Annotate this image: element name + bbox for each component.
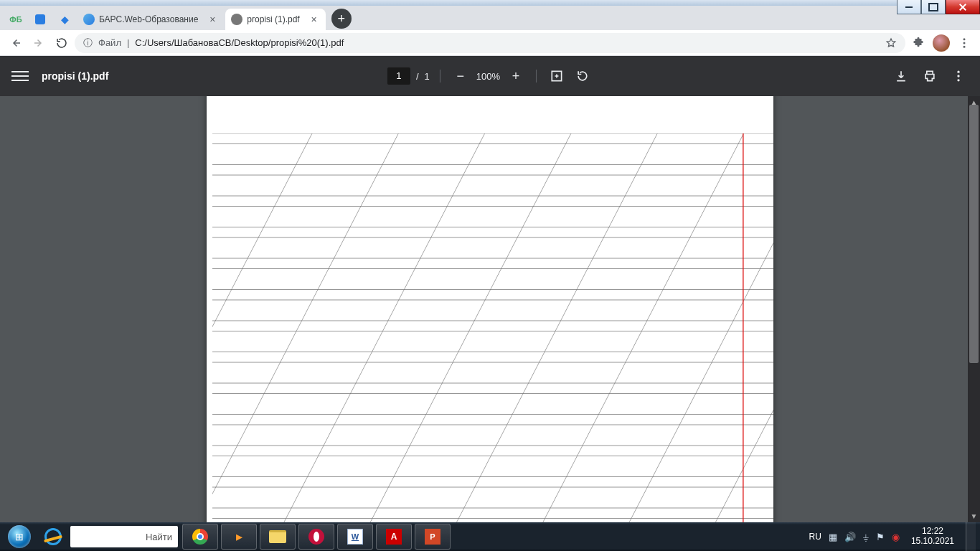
window-close-button[interactable] xyxy=(946,0,980,14)
show-desktop-button[interactable] xyxy=(966,522,976,551)
pdf-page-input[interactable]: 1 xyxy=(387,67,410,85)
svg-line-45 xyxy=(443,133,673,522)
download-icon xyxy=(894,69,908,83)
tray-gpu-icon[interactable]: ▦ xyxy=(829,532,837,542)
taskbar-app-acrobat[interactable]: A xyxy=(376,524,412,550)
scrollbar-thumb[interactable] xyxy=(969,105,979,363)
tray-action-icon[interactable]: ⚑ xyxy=(876,532,885,542)
acrobat-icon: A xyxy=(386,529,402,545)
arrow-right-icon xyxy=(32,37,45,50)
print-icon xyxy=(923,69,937,83)
taskbar-app-explorer[interactable] xyxy=(260,524,296,550)
browser-menu-button[interactable] xyxy=(954,33,974,53)
taskbar-app-mediaplayer[interactable]: ▸ xyxy=(221,524,257,550)
rotate-icon xyxy=(575,69,590,83)
address-separator: | xyxy=(127,37,129,48)
play-icon: ▸ xyxy=(236,529,242,545)
nav-back-button[interactable] xyxy=(6,33,26,53)
browser-toolbar: ⓘ Файл | C:/Users/ШабановаСВ/Desktop/pro… xyxy=(0,30,980,56)
scrollbar-down-button[interactable]: ▼ xyxy=(968,510,980,522)
tray-network-icon[interactable]: ⏚ xyxy=(863,532,869,542)
pdf-menu-button[interactable] xyxy=(11,67,29,85)
start-orb-icon xyxy=(8,525,31,548)
page-writing-grid xyxy=(212,133,773,522)
svg-line-43 xyxy=(270,133,500,522)
pinned-tab-2[interactable] xyxy=(29,9,52,30)
browser-tabstrip: ФБ ◆ БАРС.Web-Образование × propisi (1).… xyxy=(0,6,980,30)
taskbar-search-placeholder: Найти xyxy=(146,532,172,542)
svg-point-4 xyxy=(957,71,959,73)
window-maximize-button[interactable] xyxy=(921,0,946,14)
pdf-scrollbar[interactable]: ▲ ▼ xyxy=(968,96,980,522)
tray-security-icon[interactable]: ◉ xyxy=(892,532,900,542)
pdf-zoom-out-button[interactable]: − xyxy=(451,66,471,86)
page-decoration-branch xyxy=(235,96,350,102)
new-tab-button[interactable]: + xyxy=(331,9,352,29)
svg-point-5 xyxy=(957,75,959,77)
svg-point-6 xyxy=(957,79,959,81)
taskbar-app-powerpoint[interactable]: P xyxy=(415,524,451,550)
pdf-rotate-button[interactable] xyxy=(573,66,593,86)
nav-forward-button[interactable] xyxy=(29,33,49,53)
pinned-tab-1-icon: ФБ xyxy=(9,15,22,24)
svg-line-48 xyxy=(702,133,773,522)
ie-icon xyxy=(44,528,62,545)
tray-language-indicator[interactable]: RU xyxy=(809,532,821,542)
pinned-tab-1[interactable]: ФБ xyxy=(4,9,27,30)
tab-bars-close[interactable]: × xyxy=(207,14,218,25)
tray-time: 12:22 xyxy=(911,527,954,537)
tab-bars-favicon xyxy=(83,14,95,25)
tab-bars-web[interactable]: БАРС.Web-Образование × xyxy=(77,9,224,30)
site-info-icon[interactable]: ⓘ xyxy=(83,37,93,50)
tab-propisi-close[interactable]: × xyxy=(308,14,320,25)
pdf-zoom-in-button[interactable]: + xyxy=(506,66,526,86)
pdf-print-button[interactable] xyxy=(920,66,940,86)
pdf-page-total: 1 xyxy=(425,71,430,82)
tab-propisi-favicon xyxy=(231,14,242,25)
window-titlebar-sliver xyxy=(0,0,980,6)
tray-volume-icon[interactable]: 🔊 xyxy=(844,532,856,542)
tab-bars-title: БАРС.Web-Образование xyxy=(99,14,198,24)
pdf-more-button[interactable] xyxy=(948,66,969,86)
tray-clock[interactable]: 12:22 15.10.2021 xyxy=(907,527,958,547)
windows-taskbar: Найти ▸ W A P RU ▦ 🔊 ⏚ ⚑ ◉ 12:22 15.10.2… xyxy=(0,522,980,551)
divider xyxy=(536,70,537,83)
svg-line-46 xyxy=(529,133,759,522)
address-bar[interactable]: ⓘ Файл | C:/Users/ШабановаСВ/Desktop/pro… xyxy=(75,33,905,53)
svg-line-42 xyxy=(212,133,414,522)
window-minimize-button[interactable] xyxy=(897,0,921,14)
taskbar-app-opera[interactable] xyxy=(298,524,334,550)
taskbar-search-box[interactable]: Найти xyxy=(70,526,178,547)
taskbar-app-word[interactable]: W xyxy=(337,524,373,550)
svg-line-44 xyxy=(357,133,587,522)
pinned-tab-3-icon: ◆ xyxy=(61,14,69,25)
svg-line-41 xyxy=(212,133,327,522)
pdf-fit-button[interactable] xyxy=(547,66,567,86)
fit-page-icon xyxy=(550,69,564,83)
start-button[interactable] xyxy=(0,522,39,551)
nav-reload-button[interactable] xyxy=(52,33,72,53)
window-controls xyxy=(897,0,980,14)
svg-point-2 xyxy=(963,45,966,47)
pdf-viewport: ▲ ▼ xyxy=(0,96,980,522)
extensions-button[interactable] xyxy=(908,33,928,53)
tab-propisi[interactable]: propisi (1).pdf × xyxy=(225,9,325,30)
reload-icon xyxy=(55,37,68,50)
taskbar-pinned-ie[interactable] xyxy=(39,522,67,551)
pdf-page-sep: / xyxy=(416,71,419,82)
opera-icon xyxy=(308,529,324,545)
pinned-tab-2-icon xyxy=(35,14,45,24)
star-icon xyxy=(885,37,897,49)
word-icon: W xyxy=(347,529,363,545)
pinned-tab-3[interactable]: ◆ xyxy=(53,9,76,30)
divider xyxy=(440,70,440,83)
pdf-toolbar-right xyxy=(891,66,969,86)
profile-avatar-button[interactable] xyxy=(931,33,951,53)
bookmark-star-button[interactable] xyxy=(885,37,897,49)
tab-propisi-title: propisi (1).pdf xyxy=(247,14,299,24)
pdf-download-button[interactable] xyxy=(891,66,911,86)
svg-line-47 xyxy=(615,133,773,522)
taskbar-app-chrome[interactable] xyxy=(182,524,218,550)
pdf-toolbar: propisi (1).pdf 1 / 1 − 100% + xyxy=(0,56,980,96)
chrome-icon xyxy=(192,529,208,545)
